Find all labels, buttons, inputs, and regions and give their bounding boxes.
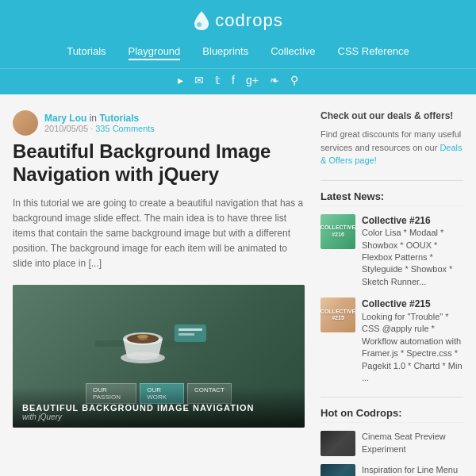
author-in-text: in <box>90 113 97 124</box>
collective-215-label: COLLECTIVE#215 <box>321 309 355 322</box>
collective-216-label: COLLECTIVE#216 <box>321 225 355 238</box>
latest-news-title: Latest News: <box>321 190 463 206</box>
google-plus-icon[interactable]: g+ <box>246 74 259 86</box>
comments-link[interactable]: 335 Comments <box>95 124 155 133</box>
nav-blueprints[interactable]: Blueprints <box>202 45 248 60</box>
news-title-216[interactable]: Collective #216 <box>362 215 431 226</box>
email-icon[interactable]: ✉ <box>194 74 204 86</box>
logo[interactable]: codrops <box>193 10 282 32</box>
news-item-215: COLLECTIVE#215 Collective #215 Looking f… <box>321 298 463 384</box>
post-date: 2010/05/05 <box>44 124 88 133</box>
nav-collective[interactable]: Collective <box>271 45 315 60</box>
post-image-background: OUR PASSION OUR WORK CONTACT BEAUTIFUL B… <box>13 285 305 428</box>
hot-thumb-2[interactable] <box>321 464 355 476</box>
nav-playground[interactable]: Playground <box>129 45 181 60</box>
nav-css-reference[interactable]: CSS Reference <box>338 45 409 60</box>
author-row: Mary Lou in Tutorials 2010/05/05 · 335 C… <box>13 110 305 136</box>
post-meta: 2010/05/05 · 335 Comments <box>44 124 155 133</box>
collective-215-thumb-img: COLLECTIVE#215 <box>321 298 355 332</box>
hot-item-1: Cinema Seat Preview Experiment <box>321 431 463 456</box>
news-text-215: Collective #215 Looking for "Trouble" * … <box>362 298 463 384</box>
sidebar-deals: Check out our deals & offers! Find great… <box>321 110 463 167</box>
content-wrapper: Mary Lou in Tutorials 2010/05/05 · 335 C… <box>0 94 476 476</box>
author-byline: Mary Lou in Tutorials <box>44 113 155 124</box>
twitter-icon[interactable]: 𝕥 <box>215 74 221 86</box>
author-info: Mary Lou in Tutorials 2010/05/05 · 335 C… <box>44 113 155 133</box>
sidebar-divider-2 <box>321 397 463 397</box>
sidebar-divider-1 <box>321 180 463 181</box>
nav-tutorials[interactable]: Tutorials <box>67 45 106 60</box>
rss-icon[interactable]: ▸ <box>178 74 183 86</box>
news-text-216: Collective #216 Color Lisa * Modaal * Sh… <box>362 214 463 289</box>
author-name[interactable]: Mary Lou <box>44 113 86 124</box>
news-thumb-216[interactable]: COLLECTIVE#216 <box>321 214 355 249</box>
news-title-215[interactable]: Collective #215 <box>362 298 431 309</box>
search-icon[interactable]: ⚲ <box>290 74 298 86</box>
dribbble-icon[interactable]: ❧ <box>270 74 279 86</box>
news-body-215: Looking for "Trouble" * CSS @apply rule … <box>362 312 463 382</box>
hot-section-title: Hot on Codrops: <box>321 407 463 423</box>
post-image-title: BEAUTIFUL BACKGROUND IMAGE NAVIGATION <box>22 403 295 413</box>
news-body-216: Color Lisa * Modaal * Showbox * OOUX * F… <box>362 228 452 286</box>
sidebar-hot: Hot on Codrops: Cinema Seat Preview Expe… <box>321 407 463 476</box>
svg-point-6 <box>121 352 165 363</box>
sidebar-latest-news: Latest News: COLLECTIVE#216 Collective #… <box>321 190 463 385</box>
svg-rect-8 <box>178 328 202 331</box>
sidebar: Check out our deals & offers! Find great… <box>321 110 463 476</box>
post-image-overlay: BEAUTIFUL BACKGROUND IMAGE NAVIGATION wi… <box>13 387 305 428</box>
post-image-subtitle: with jQuery <box>22 413 295 421</box>
hot-item-2: Inspiration for Line Menu Styles <box>321 464 463 476</box>
svg-point-5 <box>138 336 148 340</box>
hot-text-1[interactable]: Cinema Seat Preview Experiment <box>362 431 463 455</box>
hot-thumb-1[interactable] <box>321 431 355 456</box>
svg-point-0 <box>197 22 202 27</box>
news-item-216: COLLECTIVE#216 Collective #216 Color Lis… <box>321 214 463 289</box>
post-image: OUR PASSION OUR WORK CONTACT BEAUTIFUL B… <box>13 285 305 428</box>
site-header: codrops Tutorials Playground Blueprints … <box>0 0 476 94</box>
logo-drop-icon <box>193 10 210 32</box>
author-category[interactable]: Tutorials <box>99 113 139 124</box>
avatar <box>13 110 38 136</box>
logo-bar: codrops <box>0 0 476 40</box>
post-title: Beautiful Background Image Navigation wi… <box>13 140 305 186</box>
svg-rect-9 <box>178 333 194 336</box>
hot-text-2[interactable]: Inspiration for Line Menu Styles <box>362 464 463 476</box>
main-content: Mary Lou in Tutorials 2010/05/05 · 335 C… <box>13 110 305 476</box>
logo-text: codrops <box>215 10 282 31</box>
sidebar-deals-text: Find great discounts for many useful ser… <box>321 128 463 167</box>
avatar-image <box>13 110 38 136</box>
social-bar: ▸ ✉ 𝕥 f g+ ❧ ⚲ <box>0 68 476 94</box>
post-illustration <box>79 293 238 372</box>
main-nav: Tutorials Playground Blueprints Collecti… <box>0 40 476 68</box>
collective-216-thumb-img: COLLECTIVE#216 <box>321 214 355 249</box>
news-thumb-215[interactable]: COLLECTIVE#215 <box>321 298 355 332</box>
post-excerpt: In this tutorial we are going to create … <box>13 196 305 272</box>
sidebar-deals-title: Check out our deals & offers! <box>321 110 463 121</box>
facebook-icon[interactable]: f <box>232 74 235 86</box>
